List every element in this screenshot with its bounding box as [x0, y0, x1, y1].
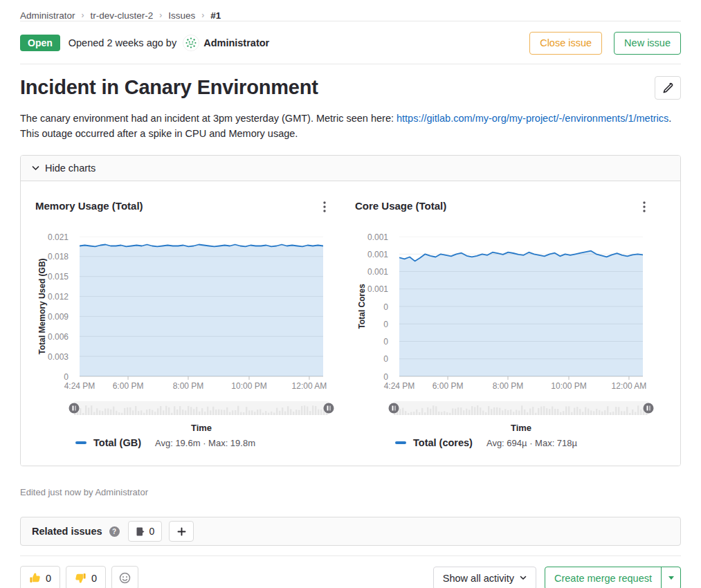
- thumbs-down-button[interactable]: 0: [66, 566, 106, 588]
- x-tick-label: 10:00 PM: [551, 381, 586, 391]
- edited-note: Edited just now by Administrator: [20, 487, 681, 497]
- chevron-down-icon: [520, 576, 527, 580]
- breadcrumb-link-administrator[interactable]: Administrator: [20, 10, 75, 21]
- breadcrumb-link-project[interactable]: tr-dev-cluster-2: [91, 10, 154, 21]
- brush-handle-right-icon[interactable]: [324, 403, 334, 414]
- chevron-down-icon: [32, 165, 39, 171]
- x-tick-label: 12:00 AM: [292, 381, 327, 391]
- breadcrumb: Administrator › tr-dev-cluster-2 › Issue…: [20, 0, 681, 21]
- plot-area: 4:24 PM6:00 PM8:00 PM10:00 PM12:00 AM: [80, 237, 323, 394]
- chart-legend[interactable]: Total (GB) Avg: 19.6m · Max: 19.8m: [75, 437, 340, 448]
- chart-legend[interactable]: Total (cores) Avg: 694µ · Max: 718µ: [395, 437, 659, 448]
- y-tick-label: 0.001: [367, 284, 388, 294]
- issue-icon: [136, 526, 145, 537]
- x-tick-label: 10:00 PM: [231, 381, 266, 391]
- new-issue-button[interactable]: New issue: [614, 32, 681, 55]
- y-tick-label: 0: [383, 354, 388, 364]
- brush-handle-left-icon[interactable]: [69, 403, 80, 414]
- kebab-menu-icon[interactable]: [319, 200, 330, 217]
- breadcrumb-separator: ›: [82, 10, 84, 20]
- chart-title: Core Usage (Total): [355, 200, 446, 212]
- legend-swatch: [395, 441, 406, 444]
- brush-handle-right-icon[interactable]: [644, 403, 654, 414]
- merge-request-options-caret[interactable]: [661, 567, 680, 588]
- kebab-menu-icon[interactable]: [639, 200, 650, 217]
- y-tick-label: 0: [383, 302, 388, 312]
- breadcrumb-divider: [20, 21, 681, 21]
- y-axis-title: Total Cores: [357, 284, 367, 329]
- breadcrumb-separator: ›: [159, 10, 162, 20]
- issue-footer: 0 0 Show all activity: [20, 556, 681, 588]
- breadcrumb-current-issue-number: #1: [210, 10, 221, 21]
- help-icon[interactable]: ?: [109, 526, 120, 537]
- y-tick-label: 0.001: [367, 267, 388, 277]
- time-range-brush[interactable]: [74, 401, 329, 415]
- y-tick-label: 0.001: [367, 232, 388, 242]
- y-tick-label: 0: [383, 320, 388, 329]
- issue-page: Administrator › tr-dev-cluster-2 › Issue…: [0, 0, 701, 588]
- avatar[interactable]: [183, 35, 199, 51]
- activity-filter-label: Show all activity: [443, 573, 514, 584]
- legend-stats: Avg: 694µ · Max: 718µ: [486, 438, 577, 448]
- caret-down-icon: [668, 576, 674, 580]
- pencil-icon: [662, 82, 673, 93]
- memory-usage-chart: Memory Usage (Total) Total Memory Used (…: [35, 200, 340, 448]
- add-related-issue-button[interactable]: [169, 521, 194, 542]
- related-issues-panel: Related issues ? 0: [20, 517, 681, 546]
- thumbs-up-icon: [29, 572, 41, 584]
- smiley-icon: [119, 572, 131, 584]
- thumbs-down-icon: [75, 572, 87, 584]
- y-tick-label: 0.001: [367, 250, 388, 259]
- x-axis-title: Time: [80, 423, 323, 433]
- time-range-brush[interactable]: [394, 401, 648, 415]
- related-issues-count-badge: 0: [128, 521, 163, 542]
- core-usage-chart: Core Usage (Total) Total Cores 0.0010.00…: [355, 200, 659, 448]
- y-axis-title: Total Memory Used (GB): [37, 258, 47, 354]
- create-merge-request-button[interactable]: Create merge request: [545, 567, 661, 588]
- y-tick-label: 0.006: [48, 332, 69, 342]
- x-tick-label: 12:00 AM: [612, 381, 647, 391]
- activity-filter-dropdown[interactable]: Show all activity: [433, 567, 536, 588]
- x-axis-tick-labels: 4:24 PM6:00 PM8:00 PM10:00 PM12:00 AM: [399, 381, 643, 392]
- x-axis-title: Time: [399, 423, 643, 433]
- add-reaction-button[interactable]: [111, 566, 138, 588]
- breadcrumb-link-issues[interactable]: Issues: [168, 10, 195, 21]
- hide-charts-toggle[interactable]: Hide charts: [21, 156, 680, 181]
- brush-handle-left-icon[interactable]: [389, 403, 399, 414]
- x-tick-label: 8:00 PM: [493, 381, 524, 391]
- x-tick-label: 4:24 PM: [384, 381, 415, 391]
- opened-text: Opened 2 weeks ago by: [69, 37, 176, 48]
- y-tick-label: 0.009: [48, 312, 69, 322]
- status-badge: Open: [20, 35, 60, 51]
- description-text: .: [668, 113, 671, 124]
- y-tick-label: 0: [383, 372, 388, 382]
- legend-series-name: Total (GB): [93, 437, 141, 448]
- header-divider: [20, 64, 681, 64]
- x-axis-tick-labels: 4:24 PM6:00 PM8:00 PM10:00 PM12:00 AM: [80, 381, 323, 392]
- description-text: The canary environment had an incident a…: [20, 113, 397, 124]
- edit-title-button[interactable]: [655, 76, 681, 100]
- close-issue-button[interactable]: Close issue: [529, 32, 602, 55]
- x-tick-label: 8:00 PM: [173, 381, 204, 391]
- thumbs-up-count: 0: [46, 573, 51, 584]
- create-merge-request-split-button: Create merge request: [545, 567, 681, 588]
- y-tick-label: 0.018: [48, 252, 69, 261]
- thumbs-up-button[interactable]: 0: [20, 566, 60, 588]
- plus-icon: [177, 527, 186, 536]
- author-name[interactable]: Administrator: [203, 37, 269, 48]
- y-tick-label: 0: [383, 337, 388, 347]
- issue-description: The canary environment had an incident a…: [20, 111, 681, 141]
- y-tick-label: 0.015: [48, 272, 69, 282]
- description-text: This outage occurred after a spike in CP…: [20, 128, 298, 139]
- x-tick-label: 4:24 PM: [64, 381, 95, 391]
- thumbs-down-count: 0: [91, 573, 97, 584]
- x-tick-label: 6:00 PM: [433, 381, 464, 391]
- page-title: Incident in Canary Environment: [20, 76, 318, 99]
- legend-series-name: Total (cores): [413, 437, 473, 448]
- legend-swatch: [75, 441, 87, 444]
- y-tick-label: 0.021: [48, 232, 69, 242]
- metrics-link[interactable]: https://gitlab.com/my-org/my-project/-/e…: [397, 113, 668, 124]
- breadcrumb-separator: ›: [201, 10, 204, 20]
- legend-stats: Avg: 19.6m · Max: 19.8m: [155, 438, 255, 448]
- y-tick-label: 0: [64, 372, 69, 382]
